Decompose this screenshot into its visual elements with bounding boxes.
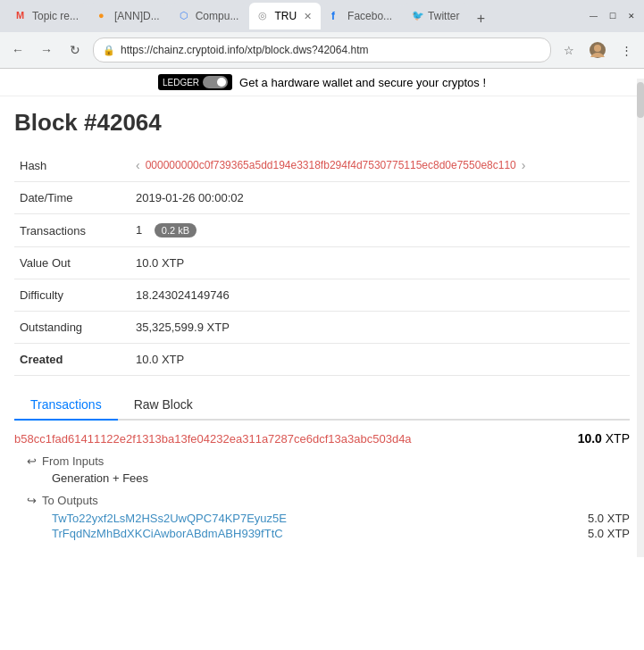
twitter-favicon: 🐦 bbox=[412, 10, 424, 22]
ad-message: Get a hardware wallet and secure your cr… bbox=[239, 76, 486, 89]
block-info-table: Hash ‹ 000000000c0f739365a5dd194e3318fb2… bbox=[14, 149, 630, 376]
tab-twitter-label: Twitter bbox=[428, 10, 459, 22]
to-outputs-icon: ↪ bbox=[27, 494, 37, 507]
created-label: Created bbox=[14, 344, 130, 376]
hash-value-cell: ‹ 000000000c0f739365a5dd194e3318fb294f4d… bbox=[130, 149, 630, 182]
hash-label: Hash bbox=[14, 149, 130, 182]
tx-to-header: ↪ To Outputs bbox=[27, 494, 630, 507]
ledger-text: LEDGER bbox=[163, 78, 199, 88]
profile-icon[interactable] bbox=[587, 39, 608, 61]
tx-from-header: ↩ From Inputs bbox=[27, 454, 630, 468]
facebook-favicon: f bbox=[331, 10, 344, 22]
table-row-datetime: Date/Time 2019-01-26 00:00:02 bbox=[14, 182, 630, 214]
window-controls: — ☐ ✕ bbox=[588, 11, 637, 22]
address-bar-row: ← → ↻ 🔒 https://chainz.cryptoid.info/xtp… bbox=[0, 32, 644, 68]
output-address-1[interactable]: TrFqdNzMhBdXKCiAwborABdmABH939fTtC bbox=[52, 527, 283, 540]
close-button[interactable]: ✕ bbox=[625, 11, 637, 22]
tab-twitter[interactable]: 🐦 Twitter bbox=[403, 3, 468, 29]
tab-rawblock[interactable]: Raw Block bbox=[118, 390, 209, 421]
created-value: 10.0 XTP bbox=[130, 344, 630, 376]
output-address-0[interactable]: TwTo22yxf2LsM2HSs2UwQPC74KP7Eyuz5E bbox=[52, 512, 287, 525]
datetime-value: 2019-01-26 00:00:02 bbox=[130, 182, 630, 214]
size-badge: 0.2 kB bbox=[155, 223, 197, 238]
tab-bar: M Topic re... ● [ANN]D... ⬡ Compu... ◎ T… bbox=[7, 3, 588, 29]
table-row-created: Created 10.0 XTP bbox=[14, 344, 630, 376]
tab-tru-close[interactable]: ✕ bbox=[304, 11, 312, 22]
outstanding-value: 35,325,599.9 XTP bbox=[130, 312, 630, 344]
new-tab-button[interactable]: + bbox=[470, 8, 491, 29]
scrollbar[interactable] bbox=[637, 79, 644, 557]
tx-output-row-0: TwTo22yxf2LsM2HSs2UwQPC74KP7Eyuz5E 5.0 X… bbox=[52, 511, 630, 526]
tru-favicon: ◎ bbox=[258, 10, 271, 22]
tx-outputs-list: TwTo22yxf2LsM2HSs2UwQPC74KP7Eyuz5E 5.0 X… bbox=[52, 511, 630, 541]
bookmark-icon[interactable]: ☆ bbox=[558, 39, 580, 61]
tx-amount-value: 10.0 bbox=[578, 431, 602, 446]
tx-output-row-1: TrFqdNzMhBdXKCiAwborABdmABH939fTtC 5.0 X… bbox=[52, 526, 630, 541]
valueout-label: Value Out bbox=[14, 247, 130, 279]
tab-gmail[interactable]: M Topic re... bbox=[7, 3, 88, 29]
tx-header-row: b58cc1fad61411122e2f1313ba13fe04232ea311… bbox=[14, 431, 630, 446]
menu-icon[interactable]: ⋮ bbox=[615, 39, 637, 61]
difficulty-value: 18.243024149746 bbox=[130, 279, 630, 312]
datetime-label: Date/Time bbox=[14, 182, 130, 214]
computer-favicon: ⬡ bbox=[180, 10, 192, 22]
tab-ann[interactable]: ● [ANN]D... bbox=[89, 3, 169, 29]
forward-button[interactable]: → bbox=[36, 39, 57, 61]
page-title: Block #42064 bbox=[14, 109, 630, 137]
hash-link[interactable]: 000000000c0f739365a5dd194e3318fb294f4d75… bbox=[146, 159, 516, 171]
transaction-count: 1 bbox=[136, 223, 142, 237]
from-inputs-icon: ↩ bbox=[27, 454, 37, 468]
reload-button[interactable]: ↻ bbox=[64, 39, 86, 61]
hash-next-arrow[interactable]: › bbox=[522, 158, 526, 172]
lock-icon: 🔒 bbox=[103, 45, 115, 56]
difficulty-label: Difficulty bbox=[14, 279, 130, 312]
tx-from-section: ↩ From Inputs Generation + Fees bbox=[27, 454, 630, 485]
tx-to-section: ↪ To Outputs TwTo22yxf2LsM2HSs2UwQPC74KP… bbox=[27, 494, 630, 541]
to-outputs-label: To Outputs bbox=[42, 494, 98, 507]
tab-facebook-label: Facebo... bbox=[347, 10, 392, 22]
tab-tru[interactable]: ◎ TRU ✕ bbox=[249, 3, 321, 29]
from-inputs-label: From Inputs bbox=[42, 454, 104, 468]
tx-currency: XTP bbox=[606, 431, 630, 446]
table-row-valueout: Value Out 10.0 XTP bbox=[14, 247, 630, 279]
transactions-value: 1 0.2 kB bbox=[130, 214, 630, 247]
ann-favicon: ● bbox=[98, 10, 111, 22]
tab-tru-label: TRU bbox=[274, 10, 297, 22]
address-box[interactable]: 🔒 https://chainz.cryptoid.info/xtp/block… bbox=[93, 38, 551, 62]
table-row-difficulty: Difficulty 18.243024149746 bbox=[14, 279, 630, 312]
back-button[interactable]: ← bbox=[7, 39, 29, 61]
tx-amount: 10.0 XTP bbox=[578, 431, 630, 446]
output-amount-1: 5.0 XTP bbox=[588, 527, 630, 540]
table-row-hash: Hash ‹ 000000000c0f739365a5dd194e3318fb2… bbox=[14, 149, 630, 182]
outstanding-label: Outstanding bbox=[14, 312, 130, 344]
transactions-label: Transactions bbox=[14, 214, 130, 247]
tab-computer-label: Compu... bbox=[196, 10, 239, 22]
address-text: https://chainz.cryptoid.info/xtp/block.d… bbox=[121, 44, 541, 56]
minimize-button[interactable]: — bbox=[588, 11, 599, 22]
maximize-button[interactable]: ☐ bbox=[606, 11, 618, 22]
table-row-outstanding: Outstanding 35,325,599.9 XTP bbox=[14, 312, 630, 344]
transaction-block: b58cc1fad61411122e2f1313ba13fe04232ea311… bbox=[14, 431, 630, 541]
gmail-favicon: M bbox=[16, 10, 29, 22]
svg-point-1 bbox=[594, 45, 601, 52]
tab-gmail-label: Topic re... bbox=[32, 10, 79, 22]
output-amount-0: 5.0 XTP bbox=[588, 512, 630, 525]
table-row-transactions: Transactions 1 0.2 kB bbox=[14, 214, 630, 247]
scrollbar-thumb[interactable] bbox=[637, 82, 644, 118]
tab-facebook[interactable]: f Facebo... bbox=[322, 3, 401, 29]
tab-ann-label: [ANN]D... bbox=[114, 10, 160, 22]
ledger-badge: LEDGER bbox=[158, 74, 232, 90]
content-tab-bar: Transactions Raw Block bbox=[14, 390, 630, 421]
ad-banner: LEDGER Get a hardware wallet and secure … bbox=[0, 69, 644, 96]
hash-prev-arrow[interactable]: ‹ bbox=[136, 158, 140, 172]
tab-transactions[interactable]: Transactions bbox=[14, 390, 118, 421]
tx-hash-link[interactable]: b58cc1fad61411122e2f1313ba13fe04232ea311… bbox=[14, 432, 412, 446]
generation-label: Generation + Fees bbox=[52, 471, 630, 485]
ledger-toggle[interactable] bbox=[203, 76, 228, 88]
page-content: Block #42064 Hash ‹ 000000000c0f739365a5… bbox=[0, 96, 644, 557]
tab-computer[interactable]: ⬡ Compu... bbox=[171, 3, 248, 29]
valueout-value: 10.0 XTP bbox=[130, 247, 630, 279]
